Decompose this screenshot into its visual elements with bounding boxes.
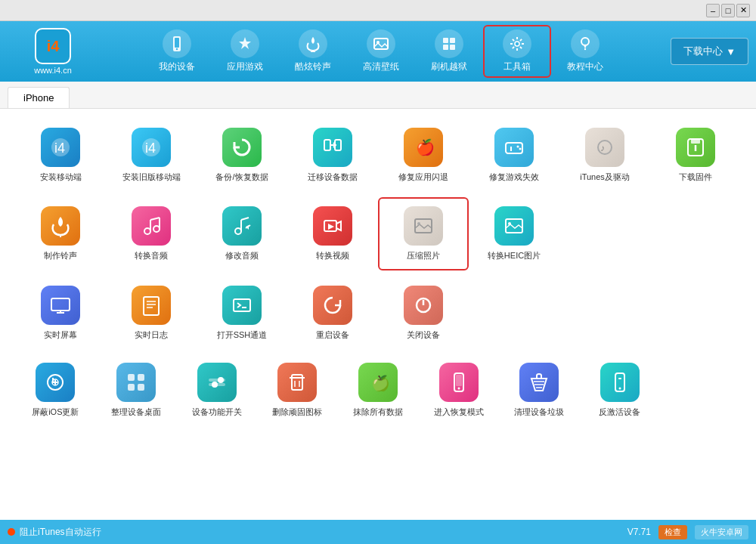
tool-label: 安装移动端 [40, 172, 82, 182]
tool-install-app[interactable]: i4 安装移动端 [15, 120, 106, 190]
tool-video-convert[interactable]: 转换视频 [287, 197, 378, 270]
header: i4 www.i4.cn 我的设备 应用游戏 酷炫铃声 [0, 21, 756, 82]
tool-row-4: 屏蔽iOS更新 整理设备桌面 设备功能开关 删除顽固图标 🍏 抹除所有数据 [15, 355, 741, 425]
tool-feature-toggle[interactable]: 设备功能开关 [176, 355, 257, 425]
organize-desktop-icon [116, 363, 156, 402]
nav-item-ringtones[interactable]: 酷炫铃声 [279, 25, 347, 78]
tab-bar: iPhone [0, 82, 756, 109]
tool-migrate[interactable]: 迁移设备数据 [287, 120, 378, 190]
nav-item-label: 教程中心 [567, 60, 603, 73]
wallpaper-icon [367, 29, 395, 58]
tool-block-update[interactable]: 屏蔽iOS更新 [15, 355, 96, 425]
tool-ssh[interactable]: 打开SSH通道 [197, 278, 287, 348]
tool-itunes[interactable]: ♪ iTunes及驱动 [559, 120, 650, 190]
logo-area: i4 www.i4.cn [8, 28, 98, 75]
nav-item-label: 刷机越狱 [431, 60, 467, 73]
title-bar: – □ ✕ [0, 0, 756, 21]
svg-rect-10 [450, 45, 455, 50]
tool-reboot[interactable]: 重启设备 [287, 278, 378, 348]
partner-logo: 火牛安卓网 [695, 525, 748, 539]
tool-shutdown[interactable]: 关闭设备 [378, 278, 469, 348]
tool-label: 反激活设备 [599, 406, 640, 417]
tool-label: 整理设备桌面 [111, 406, 161, 417]
close-button[interactable]: ✕ [736, 4, 750, 17]
feature-toggle-icon [197, 363, 237, 402]
svg-text:i4: i4 [145, 141, 156, 156]
itunes-icon: ♪ [585, 128, 624, 167]
svg-rect-61 [138, 384, 144, 391]
compress-photo-icon [404, 206, 443, 246]
tool-label: 实时屏幕 [44, 329, 77, 340]
download-icon: ▼ [726, 46, 736, 57]
svg-rect-9 [443, 45, 448, 50]
tool-fix-app[interactable]: 🍎 修复应用闪退 [378, 120, 469, 190]
check-update-button[interactable]: 检查 [658, 525, 687, 539]
tool-label: 安装旧版移动端 [122, 172, 181, 182]
svg-point-42 [417, 222, 420, 225]
svg-rect-19 [324, 140, 330, 150]
tool-heic-convert[interactable]: 转换HEIC图片 [469, 197, 559, 270]
svg-rect-73 [456, 375, 462, 386]
svg-line-35 [150, 218, 160, 220]
nav-item-tutorials[interactable]: 教程中心 [551, 25, 619, 78]
tool-recovery[interactable]: 进入恢复模式 [418, 355, 499, 425]
tool-screen[interactable]: 实时屏幕 [15, 278, 106, 348]
tool-label: 迁移设备数据 [308, 172, 358, 182]
svg-marker-40 [328, 224, 334, 230]
tool-label: 实时日志 [135, 329, 168, 340]
nav-item-label: 工具箱 [503, 60, 531, 73]
svg-rect-58 [128, 374, 135, 381]
tool-deactivate[interactable]: 反激活设备 [580, 355, 661, 425]
nav-item-my-device[interactable]: 我的设备 [143, 25, 211, 78]
install-app-icon: i4 [41, 128, 80, 167]
tool-firmware[interactable]: 下载固件 [650, 120, 741, 190]
shutdown-icon [404, 286, 443, 325]
tool-organize-desktop[interactable]: 整理设备桌面 [96, 355, 177, 425]
ringtones-icon [299, 29, 327, 58]
version-label: V7.71 [627, 527, 651, 537]
delete-stubborn-icon [277, 363, 317, 402]
apps-icon [231, 29, 259, 58]
restore-button[interactable]: □ [721, 4, 735, 17]
tool-label: 重启设备 [316, 329, 349, 340]
tool-label: 关闭设备 [407, 329, 440, 340]
svg-point-32 [153, 226, 160, 232]
tool-clean-junk[interactable]: 清理设备垃圾 [499, 355, 580, 425]
tool-label: 打开SSH通道 [217, 329, 268, 340]
svg-point-74 [457, 387, 460, 389]
svg-rect-60 [128, 384, 135, 391]
tool-label: 转换HEIC图片 [488, 250, 541, 261]
clean-junk-icon [519, 363, 559, 402]
deactivate-icon [600, 363, 640, 402]
tool-audio-convert[interactable]: 转换音频 [106, 197, 197, 270]
tool-install-old-app[interactable]: i4 安装旧版移动端 [106, 120, 197, 190]
tool-delete-stubborn[interactable]: 删除顽固图标 [257, 355, 338, 425]
nav-item-jailbreak[interactable]: 刷机越狱 [415, 25, 483, 78]
tool-backup[interactable]: 备份/恢复数据 [197, 120, 287, 190]
download-center-button[interactable]: 下载中心 ▼ [671, 38, 748, 65]
tool-fix-game[interactable]: 修复游戏失效 [469, 120, 559, 190]
tool-compress-photo[interactable]: 压缩照片 [378, 197, 469, 270]
svg-rect-8 [450, 38, 455, 43]
toolbox-icon [503, 29, 531, 58]
tool-label: iTunes及驱动 [580, 172, 630, 182]
svg-rect-1 [175, 38, 179, 48]
heic-convert-icon [494, 206, 534, 246]
status-dot [8, 528, 15, 536]
tool-ringtone-make[interactable]: 制作铃声 [15, 197, 106, 270]
nav-item-toolbox[interactable]: 工具箱 [483, 25, 551, 78]
svg-point-14 [584, 48, 585, 50]
svg-point-12 [581, 38, 589, 45]
nav-item-apps[interactable]: 应用游戏 [211, 25, 279, 78]
minimize-button[interactable]: – [706, 4, 720, 17]
status-left: 阻止iTunes自动运行 [8, 526, 101, 539]
tool-label: 屏蔽iOS更新 [32, 406, 79, 417]
nav-item-wallpaper[interactable]: 高清壁纸 [347, 25, 415, 78]
tool-audio-edit[interactable]: 修改音频 [197, 197, 287, 270]
svg-text:i4: i4 [54, 141, 65, 156]
tab-iphone[interactable]: iPhone [8, 87, 70, 108]
tool-erase[interactable]: 🍏 抹除所有数据 [338, 355, 419, 425]
svg-point-65 [212, 382, 218, 388]
jailbreak-icon [435, 29, 463, 58]
tool-log[interactable]: 实时日志 [106, 278, 197, 348]
